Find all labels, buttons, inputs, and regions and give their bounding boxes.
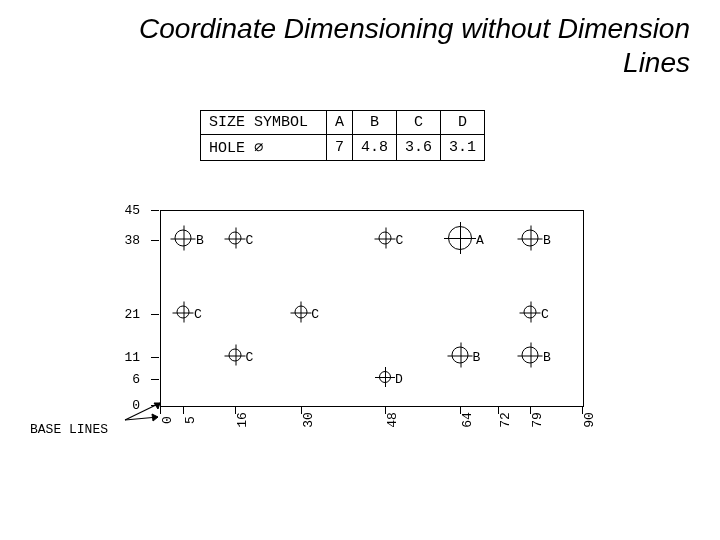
hole-label: C bbox=[396, 233, 404, 248]
table-row2-label: HOLE ⌀ bbox=[201, 135, 327, 161]
x-tick-label: 72 bbox=[498, 412, 513, 428]
hole-label: B bbox=[543, 350, 551, 365]
hole-marker: B bbox=[452, 347, 469, 368]
hole-marker: C bbox=[229, 232, 242, 249]
table-diam-B: 4.8 bbox=[353, 135, 397, 161]
hole-label: B bbox=[473, 350, 481, 365]
x-tick bbox=[183, 406, 184, 414]
x-tick-label: 79 bbox=[530, 412, 545, 428]
y-tick bbox=[151, 379, 159, 380]
hole-marker: D bbox=[379, 371, 391, 387]
y-tick bbox=[151, 240, 159, 241]
x-tick-label: 64 bbox=[460, 412, 475, 428]
hole-marker: B bbox=[522, 230, 539, 251]
y-tick-label: 45 bbox=[110, 203, 140, 218]
size-table: SIZE SYMBOL A B C D HOLE ⌀ 7 4.8 3.6 3.1 bbox=[200, 110, 485, 161]
hole-marker: C bbox=[294, 306, 307, 323]
x-tick bbox=[301, 406, 302, 414]
drawing-area: 4538211160 0516304864727990 BCCABCCCCBBD… bbox=[90, 200, 630, 460]
hole-label: C bbox=[194, 307, 202, 322]
table-header-label: SIZE SYMBOL bbox=[201, 111, 327, 135]
x-tick-label: 30 bbox=[301, 412, 316, 428]
hole-label: A bbox=[476, 233, 484, 248]
hole-marker: C bbox=[177, 306, 190, 323]
table-diam-A: 7 bbox=[327, 135, 353, 161]
page-title: Coordinate Dimensioning without Dimensio… bbox=[120, 12, 690, 79]
x-tick-label: 16 bbox=[235, 412, 250, 428]
base-lines-arrow-icon bbox=[120, 395, 170, 425]
table-col-C: C bbox=[397, 111, 441, 135]
hole-marker: C bbox=[524, 306, 537, 323]
hole-marker: A bbox=[448, 226, 472, 254]
y-tick-label: 38 bbox=[110, 233, 140, 248]
hole-label: D bbox=[395, 372, 403, 387]
x-tick bbox=[498, 406, 499, 414]
x-tick bbox=[235, 406, 236, 414]
hole-marker: C bbox=[229, 349, 242, 366]
y-tick bbox=[151, 405, 159, 406]
x-tick-label: 5 bbox=[183, 416, 198, 424]
y-tick-label: 11 bbox=[110, 350, 140, 365]
hole-label: B bbox=[196, 233, 204, 248]
y-tick-label: 21 bbox=[110, 307, 140, 322]
base-lines-label: BASE LINES bbox=[30, 422, 108, 437]
table-col-D: D bbox=[441, 111, 485, 135]
hole-marker: B bbox=[175, 230, 192, 251]
table-col-A: A bbox=[327, 111, 353, 135]
y-tick-label: 6 bbox=[110, 372, 140, 387]
table-diam-C: 3.6 bbox=[397, 135, 441, 161]
hole-label: B bbox=[543, 233, 551, 248]
x-tick bbox=[460, 406, 461, 414]
holes-layer: BCCABCCCCBBD bbox=[160, 210, 582, 405]
y-tick bbox=[151, 314, 159, 315]
x-tick bbox=[582, 406, 583, 414]
hole-label: C bbox=[311, 307, 319, 322]
x-axis: 0516304864727990 bbox=[90, 412, 630, 452]
y-tick bbox=[151, 210, 159, 211]
hole-marker: B bbox=[522, 347, 539, 368]
x-tick bbox=[385, 406, 386, 414]
y-tick bbox=[151, 357, 159, 358]
hole-label: C bbox=[541, 307, 549, 322]
svg-marker-3 bbox=[152, 414, 158, 421]
x-tick bbox=[530, 406, 531, 414]
table-diam-D: 3.1 bbox=[441, 135, 485, 161]
hole-label: C bbox=[246, 350, 254, 365]
hole-marker: C bbox=[379, 232, 392, 249]
x-tick-label: 48 bbox=[385, 412, 400, 428]
table-col-B: B bbox=[353, 111, 397, 135]
hole-label: C bbox=[246, 233, 254, 248]
x-tick-label: 90 bbox=[582, 412, 597, 428]
